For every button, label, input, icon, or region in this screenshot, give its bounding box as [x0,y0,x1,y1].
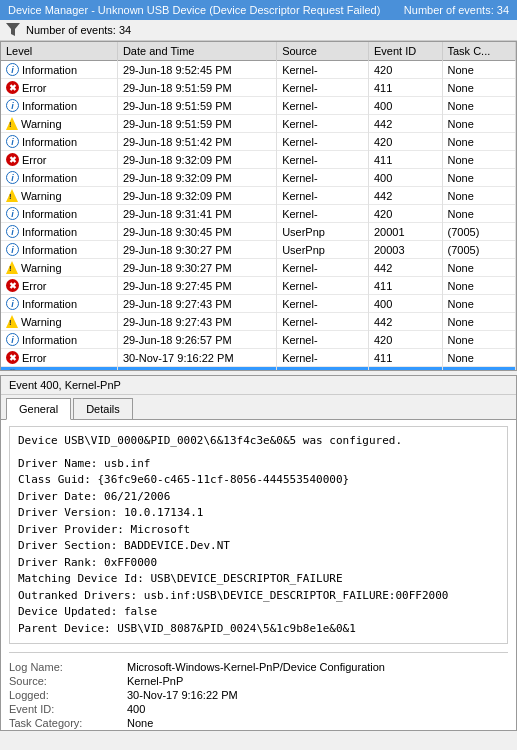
level-text: Error [22,352,46,364]
level-text: Information [22,172,77,184]
source-cell: Kernel- [277,61,369,79]
date-cell: 29-Jun-18 9:30:27 PM [117,259,276,277]
source-cell: Kernel- [277,205,369,223]
table-row[interactable]: ✖Error29-Jun-18 9:32:09 PMKernel-411None [1,151,516,169]
event-description: Device USB\VID_0000&PID_0002\6&13f4c3e&0… [18,433,499,450]
detail-line: Matching Device Id: USB\DEVICE_DESCRIPTO… [18,571,499,588]
event-info-grid: Log Name: Microsoft-Windows-Kernel-PnP/D… [9,657,508,730]
table-row[interactable]: iInformation29-Jun-18 9:26:57 PMKernel-4… [1,331,516,349]
date-cell: 29-Jun-18 9:51:59 PM [117,97,276,115]
task-cell: None [442,259,516,277]
error-icon: ✖ [6,81,19,94]
table-row[interactable]: iInformation30-Nov-17 9:16:22 PMKernel-4… [1,367,516,372]
task-category-label: Task Category: [9,717,119,729]
table-row[interactable]: Warning29-Jun-18 9:27:43 PMKernel-442Non… [1,313,516,331]
table-row[interactable]: ✖Error29-Jun-18 9:51:59 PMKernel-411None [1,79,516,97]
window-title: Device Manager - Unknown USB Device (Dev… [8,4,380,16]
eventid-cell: 411 [369,151,443,169]
table-row[interactable]: ✖Error29-Jun-18 9:27:45 PMKernel-411None [1,277,516,295]
eventid-cell: 400 [369,97,443,115]
logged-value: 30-Nov-17 9:16:22 PM [127,689,508,701]
table-row[interactable]: Warning29-Jun-18 9:51:59 PMKernel-442Non… [1,115,516,133]
detail-line: Device Updated: false [18,604,499,621]
date-cell: 29-Jun-18 9:52:45 PM [117,61,276,79]
task-cell: None [442,79,516,97]
tab-details[interactable]: Details [73,398,133,419]
detail-box: Device USB\VID_0000&PID_0002\6&13f4c3e&0… [9,426,508,644]
eventid-cell: 420 [369,331,443,349]
level-text: Information [22,208,77,220]
level-text: Error [22,154,46,166]
date-cell: 29-Jun-18 9:26:57 PM [117,331,276,349]
col-header-source: Source [277,42,369,61]
info-icon: i [6,63,19,76]
tab-general[interactable]: General [6,398,71,420]
events-table: Level Date and Time Source Event ID Task… [1,42,516,371]
eventid-cell: 442 [369,259,443,277]
table-row[interactable]: iInformation29-Jun-18 9:51:59 PMKernel-4… [1,97,516,115]
source-cell: UserPnp [277,223,369,241]
task-cell: None [442,151,516,169]
task-cell: (7005) [442,241,516,259]
table-row[interactable]: iInformation29-Jun-18 9:27:43 PMKernel-4… [1,295,516,313]
source-cell: Kernel- [277,349,369,367]
event-header: Event 400, Kernel-PnP [1,376,516,395]
table-row[interactable]: ✖Error30-Nov-17 9:16:22 PMKernel-411None [1,349,516,367]
detail-line: Class Guid: {36fc9e60-c465-11cf-8056-444… [18,472,499,489]
source-cell: Kernel- [277,331,369,349]
table-row[interactable]: iInformation29-Jun-18 9:51:42 PMKernel-4… [1,133,516,151]
eventid-cell: 411 [369,79,443,97]
task-cell: None [442,115,516,133]
table-row[interactable]: Warning29-Jun-18 9:30:27 PMKernel-442Non… [1,259,516,277]
table-row[interactable]: iInformation29-Jun-18 9:32:09 PMKernel-4… [1,169,516,187]
task-cell: None [442,313,516,331]
detail-line: Outranked Drivers: usb.inf:USB\DEVICE_DE… [18,588,499,605]
level-text: Information [22,244,77,256]
eventid-cell: 411 [369,349,443,367]
table-row[interactable]: iInformation29-Jun-18 9:30:45 PMUserPnp2… [1,223,516,241]
task-cell: None [442,169,516,187]
level-text: Information [22,334,77,346]
event-id-label: Event ID: [9,703,119,715]
eventid-cell: 442 [369,187,443,205]
table-row[interactable]: iInformation29-Jun-18 9:30:27 PMUserPnp2… [1,241,516,259]
task-cell: None [442,187,516,205]
source-cell: Kernel- [277,367,369,372]
level-text: Warning [21,118,62,130]
level-text: Error [22,280,46,292]
date-cell: 29-Jun-18 9:30:45 PM [117,223,276,241]
source-cell: Kernel- [277,151,369,169]
eventid-cell: 411 [369,277,443,295]
date-cell: 29-Jun-18 9:32:09 PM [117,169,276,187]
task-cell: None [442,295,516,313]
detail-line: Driver Date: 06/21/2006 [18,489,499,506]
col-header-date: Date and Time [117,42,276,61]
source-cell: Kernel- [277,169,369,187]
warning-icon [6,315,18,328]
date-cell: 29-Jun-18 9:51:42 PM [117,133,276,151]
toolbar: Number of events: 34 [0,20,517,41]
eventid-cell: 400 [369,169,443,187]
source-cell: Kernel- [277,97,369,115]
eventid-cell: 442 [369,313,443,331]
task-cell: (7005) [442,223,516,241]
detail-line: Driver Provider: Microsoft [18,522,499,539]
warning-icon [6,261,18,274]
tab-content: Device USB\VID_0000&PID_0002\6&13f4c3e&0… [1,420,516,730]
task-cell: None [442,97,516,115]
events-count-label: Number of events: 34 [26,24,131,36]
event-id-value: 400 [127,703,508,715]
table-row[interactable]: Warning29-Jun-18 9:32:09 PMKernel-442Non… [1,187,516,205]
date-cell: 29-Jun-18 9:30:27 PM [117,241,276,259]
log-name-value: Microsoft-Windows-Kernel-PnP/Device Conf… [127,661,508,673]
table-row[interactable]: iInformation29-Jun-18 9:31:41 PMKernel-4… [1,205,516,223]
info-icon: i [6,135,19,148]
source-label: Source: [9,675,119,687]
level-text: Information [22,64,77,76]
filter-icon[interactable] [6,23,20,37]
eventid-cell: 400 [369,295,443,313]
source-value: Kernel-PnP [127,675,508,687]
date-cell: 29-Jun-18 9:51:59 PM [117,79,276,97]
source-cell: Kernel- [277,259,369,277]
table-row[interactable]: iInformation29-Jun-18 9:52:45 PMKernel-4… [1,61,516,79]
